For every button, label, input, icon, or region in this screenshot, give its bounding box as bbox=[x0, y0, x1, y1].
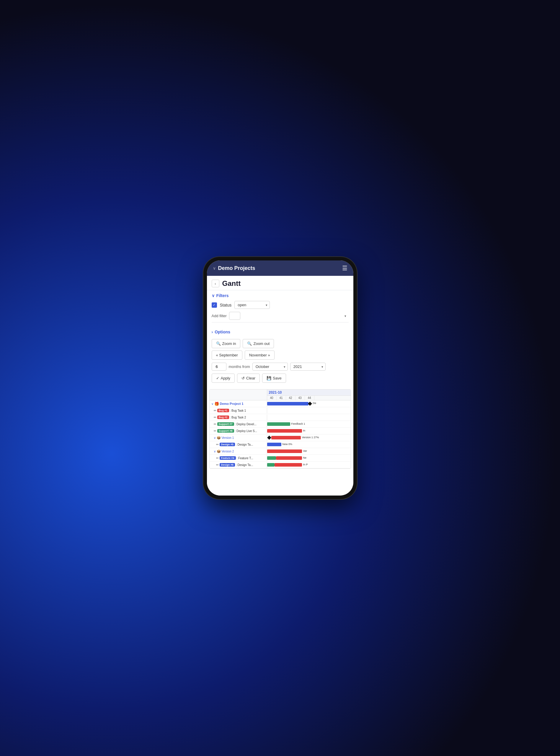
design6-bar-red bbox=[275, 463, 302, 466]
project1-label: ∨ 🎁 Demo Project 1 bbox=[209, 401, 267, 407]
status-label: Status bbox=[220, 303, 232, 307]
version1-start-milestone bbox=[267, 436, 271, 440]
zoom-out-label: Zoom out bbox=[253, 341, 269, 346]
feature4-label: ✏ Feature #4 : Feature T... bbox=[209, 455, 267, 461]
support7-label: ✏ Support #7 : Deploy Devel... bbox=[209, 421, 267, 427]
version-icon: 📦 bbox=[217, 450, 221, 453]
version2-bar-area: Ver bbox=[267, 448, 351, 455]
back-button[interactable]: ‹ bbox=[212, 280, 219, 287]
support7-bar-label: Feedback 1 bbox=[292, 422, 305, 425]
project1-bar-label: De bbox=[313, 402, 351, 404]
nav-row: « September November » bbox=[212, 351, 348, 360]
collapse-icon[interactable]: ∨ bbox=[212, 402, 214, 405]
next-month-button[interactable]: November » bbox=[245, 351, 275, 360]
design5-label: ✏ Design #5 : Design Ta... bbox=[209, 442, 267, 447]
week-43: 43 bbox=[296, 396, 305, 400]
zoom-in-button[interactable]: 🔍 Zoom in bbox=[212, 339, 241, 348]
options-toggle[interactable]: › Options bbox=[207, 329, 353, 336]
version2-name: Version 2 bbox=[222, 450, 234, 453]
filters-section: ∨ Filters ✓ Status open closed all bbox=[207, 290, 353, 329]
bug2-label: ✏ Bug #2 : Bug Task 2 bbox=[209, 415, 267, 420]
options-label: Options bbox=[215, 330, 230, 334]
gantt-month-label: 2021-10 bbox=[267, 390, 284, 395]
design6-bar-green bbox=[267, 463, 275, 466]
apply-button[interactable]: ✓ Apply bbox=[212, 374, 235, 383]
support8-tag: Support #8 bbox=[217, 429, 234, 433]
project1-name: Demo Project 1 bbox=[220, 402, 243, 405]
design6-bar-label: In P bbox=[303, 463, 308, 466]
header-left: ∨ Demo Projects bbox=[213, 265, 255, 272]
add-filter-row: Add filter bbox=[212, 312, 348, 320]
zoom-out-button[interactable]: 🔍 Zoom out bbox=[243, 339, 274, 348]
task-icon: ✏ bbox=[216, 456, 219, 460]
project1-bar-area: De bbox=[267, 400, 351, 407]
check-icon: ✓ bbox=[216, 376, 219, 380]
feature4-bar-area: Ne bbox=[267, 455, 351, 461]
gantt-body: ∨ 🎁 Demo Project 1 De ✏ bbox=[209, 400, 351, 469]
support7-bar-area: Feedback 1 bbox=[267, 421, 351, 427]
task-icon: ✏ bbox=[216, 463, 219, 467]
phone-frame: ∨ Demo Projects ☰ ‹ Gantt ∨ Filters ✓ St… bbox=[203, 257, 357, 499]
gantt-chart: 2021-10 40 41 42 43 44 bbox=[209, 389, 351, 469]
week-44: 44 bbox=[305, 396, 314, 400]
table-row: ✏ Bug #1 : Bug Task 1 bbox=[209, 407, 351, 414]
save-button[interactable]: 💾 Save bbox=[262, 374, 286, 383]
table-row: ∨ 📦 Version 2 Ver bbox=[209, 448, 351, 455]
add-filter-select-wrapper bbox=[229, 312, 348, 320]
version2-bar bbox=[267, 450, 302, 453]
add-filter-label: Add filter bbox=[212, 314, 227, 318]
table-row: ∨ 🎁 Demo Project 1 De bbox=[209, 400, 351, 407]
save-icon: 💾 bbox=[266, 376, 271, 380]
prev-month-button[interactable]: « September bbox=[212, 351, 242, 360]
divider bbox=[212, 322, 348, 322]
collapse-icon[interactable]: ∨ bbox=[214, 450, 216, 453]
status-select[interactable]: open closed all bbox=[234, 301, 270, 309]
add-filter-select[interactable] bbox=[229, 312, 240, 320]
status-checkbox[interactable]: ✓ bbox=[212, 302, 217, 308]
chevron-right-icon: › bbox=[212, 330, 213, 334]
task-icon: ✏ bbox=[216, 443, 219, 446]
support8-bar-label: In bbox=[303, 429, 305, 432]
controls-section: 🔍 Zoom in 🔍 Zoom out « September Novembe… bbox=[207, 339, 353, 389]
feature4-text: : Feature T... bbox=[237, 457, 253, 460]
gantt-weeks-row: 40 41 42 43 44 bbox=[267, 396, 351, 400]
month-select[interactable]: JanuaryFebruaryMarch AprilMayJune JulyAu… bbox=[253, 363, 288, 371]
zoom-out-icon: 🔍 bbox=[247, 341, 252, 346]
phone-screen: ∨ Demo Projects ☰ ‹ Gantt ∨ Filters ✓ St… bbox=[207, 260, 353, 496]
clear-button[interactable]: ↺ Clear bbox=[237, 374, 260, 383]
gantt-timeline-header: 2021-10 40 41 42 43 44 bbox=[267, 390, 351, 400]
months-row: months from JanuaryFebruaryMarch AprilMa… bbox=[212, 363, 348, 371]
table-row: ✏ Feature #4 : Feature T... Ne bbox=[209, 455, 351, 462]
months-input[interactable] bbox=[212, 363, 226, 371]
design5-bar-area: New 0% bbox=[267, 441, 351, 448]
save-label: Save bbox=[273, 376, 282, 380]
version2-bar-label: Ver bbox=[303, 450, 307, 453]
support8-text: : Deploy Live S... bbox=[235, 430, 257, 433]
design5-text: : Design Ta... bbox=[236, 443, 253, 446]
week-42: 42 bbox=[286, 396, 296, 400]
support7-text: : Deploy Devel... bbox=[235, 423, 257, 426]
version-icon: 📦 bbox=[217, 436, 221, 440]
chevron-down-icon: ∨ bbox=[212, 293, 215, 298]
design6-label: ✏ Design #6 : Design Ta... bbox=[209, 462, 267, 468]
gantt-label-col-header bbox=[209, 390, 267, 400]
clear-label: Clear bbox=[246, 376, 255, 380]
support8-bar-area: In bbox=[267, 427, 351, 434]
week-40: 40 bbox=[267, 396, 277, 400]
hamburger-icon[interactable]: ☰ bbox=[342, 264, 347, 272]
year-select[interactable]: 2020202120222023 bbox=[290, 363, 326, 371]
design5-bar-label: New 0% bbox=[282, 443, 293, 445]
feature4-bar-green bbox=[267, 456, 276, 460]
refresh-icon: ↺ bbox=[241, 376, 245, 380]
collapse-icon[interactable]: ∨ bbox=[214, 436, 216, 439]
project1-milestone bbox=[307, 402, 312, 406]
app-title: Demo Projects bbox=[218, 265, 255, 272]
version2-label: ∨ 📦 Version 2 bbox=[209, 449, 267, 454]
filters-toggle[interactable]: ∨ Filters bbox=[212, 293, 348, 298]
bug2-tag: Bug #2 bbox=[217, 416, 229, 419]
support7-bar bbox=[267, 422, 290, 426]
task-icon: ✏ bbox=[214, 429, 216, 433]
table-row: ✏ Support #8 : Deploy Live S... In bbox=[209, 427, 351, 434]
bug2-bar-area bbox=[267, 414, 351, 420]
feature4-bar-red bbox=[276, 456, 302, 460]
